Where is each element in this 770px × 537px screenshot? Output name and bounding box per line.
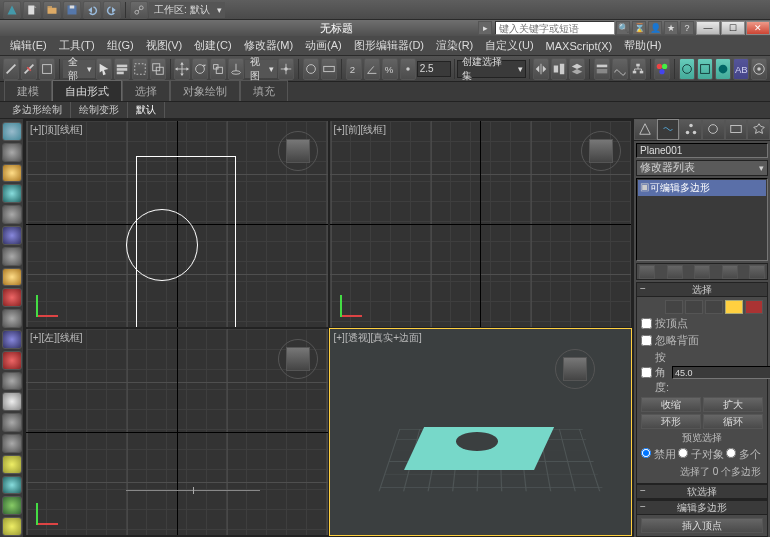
app-menu-button[interactable]: [3, 1, 21, 19]
tab-modeling[interactable]: 建模: [4, 80, 52, 101]
rollout-header-selection[interactable]: 选择: [637, 283, 767, 297]
menu-animation[interactable]: 动画(A): [299, 36, 348, 55]
cone-primitive-icon[interactable]: [2, 288, 22, 307]
tab-select[interactable]: 选择: [122, 80, 170, 101]
keyboard-shortcut-icon[interactable]: [321, 58, 337, 80]
spinner-value[interactable]: [417, 61, 451, 77]
cylinder-primitive-icon[interactable]: [2, 184, 22, 203]
teapot-icon[interactable]: [2, 122, 22, 141]
bind-icon[interactable]: [39, 58, 55, 80]
link-icon[interactable]: [130, 1, 148, 19]
ribbon-toggle-icon[interactable]: [594, 58, 610, 80]
curve-editor-icon[interactable]: [612, 58, 628, 80]
viewport-perspective[interactable]: [+][透视][真实+边面]: [330, 329, 632, 535]
grow-button[interactable]: 扩大: [703, 397, 763, 412]
manip-icon[interactable]: [303, 58, 319, 80]
radio-disable[interactable]: 禁用: [641, 447, 676, 462]
check-by-angle[interactable]: 按角度:: [641, 350, 669, 395]
remove-mod-icon[interactable]: [722, 265, 738, 279]
modify-tab[interactable]: [657, 119, 680, 140]
view-cube[interactable]: [585, 135, 617, 167]
menu-edit[interactable]: 编辑(E): [4, 36, 53, 55]
rollout-header-editpoly[interactable]: 编辑多边形: [637, 501, 767, 515]
hierarchy-tab[interactable]: [679, 119, 702, 140]
angle-spinner[interactable]: [672, 366, 770, 379]
system-icon[interactable]: [2, 517, 22, 536]
modifier-item[interactable]: 可编辑多边形: [638, 180, 766, 196]
spline-icon[interactable]: [2, 455, 22, 474]
light-icon[interactable]: [2, 392, 22, 411]
menu-help[interactable]: 帮助(H): [618, 36, 667, 55]
object-name-field[interactable]: [636, 143, 768, 158]
radio-subobj[interactable]: 子对象: [678, 447, 724, 462]
material-editor-icon[interactable]: [654, 58, 670, 80]
move-icon[interactable]: [174, 58, 190, 80]
menu-tools[interactable]: 工具(T): [53, 36, 101, 55]
render-last-icon[interactable]: ABC: [733, 58, 749, 80]
subtab-polydraw[interactable]: 多边形绘制: [4, 102, 71, 118]
favorite-icon[interactable]: ★: [664, 21, 678, 35]
text-icon[interactable]: [2, 434, 22, 453]
minimize-button[interactable]: —: [696, 21, 720, 35]
percent-snap-icon[interactable]: %: [382, 58, 398, 80]
info-icon[interactable]: ▸: [478, 21, 492, 35]
box-primitive-icon[interactable]: [2, 143, 22, 162]
viewport-front[interactable]: [+][前][线框]: [330, 121, 632, 327]
close-button[interactable]: ✕: [746, 21, 770, 35]
window-crossing-icon[interactable]: [150, 58, 166, 80]
view-cube[interactable]: [559, 353, 591, 385]
scale-icon[interactable]: [210, 58, 226, 80]
motion-tab[interactable]: [702, 119, 725, 140]
selection-filter-dropdown[interactable]: 全部: [63, 60, 95, 78]
tube-primitive-icon[interactable]: [2, 205, 22, 224]
maximize-button[interactable]: ☐: [721, 21, 745, 35]
placement-icon[interactable]: [228, 58, 244, 80]
plane-primitive-icon[interactable]: [2, 268, 22, 287]
unique-icon[interactable]: [694, 265, 710, 279]
mirror-icon[interactable]: [533, 58, 549, 80]
check-ignore-backface[interactable]: 忽略背面: [641, 333, 763, 348]
loop-button[interactable]: 循环: [703, 414, 763, 429]
torus-primitive-icon[interactable]: [2, 226, 22, 245]
render-frame-icon[interactable]: [697, 58, 713, 80]
redo-icon[interactable]: [103, 1, 121, 19]
subobj-vertex[interactable]: [665, 300, 683, 314]
unlink-icon[interactable]: [21, 58, 37, 80]
menu-grapheditor[interactable]: 图形编辑器(D): [348, 36, 430, 55]
display-tab[interactable]: [725, 119, 748, 140]
menu-create[interactable]: 创建(C): [188, 36, 237, 55]
radio-multi[interactable]: 多个: [726, 447, 761, 462]
subtab-paintdeform[interactable]: 绘制变形: [71, 102, 128, 118]
shrink-button[interactable]: 收缩: [641, 397, 701, 412]
subtab-default[interactable]: 默认: [128, 102, 165, 118]
new-icon[interactable]: [23, 1, 41, 19]
view-cube[interactable]: [282, 343, 314, 375]
menu-view[interactable]: 视图(V): [140, 36, 189, 55]
render-preset-icon[interactable]: [751, 58, 767, 80]
pivot-icon[interactable]: [278, 58, 294, 80]
search-icon[interactable]: 🔍: [616, 21, 630, 35]
select-link-icon[interactable]: [3, 58, 19, 80]
select-by-name-icon[interactable]: [114, 58, 130, 80]
viewport-label-front[interactable]: [+][前][线框]: [334, 123, 387, 137]
angle-snap-icon[interactable]: [364, 58, 380, 80]
refcoord-dropdown[interactable]: 视图: [245, 60, 277, 78]
layer-icon[interactable]: [569, 58, 585, 80]
spinner-snap-icon[interactable]: [400, 58, 416, 80]
menu-modifiers[interactable]: 修改器(M): [238, 36, 300, 55]
help-icon[interactable]: ?: [680, 21, 694, 35]
rollout-header-softsel[interactable]: 软选择: [637, 485, 767, 499]
search-input[interactable]: [495, 21, 615, 35]
undo-icon[interactable]: [83, 1, 101, 19]
viewport-label-left[interactable]: [+][左][线框]: [30, 331, 83, 345]
tab-objectpaint[interactable]: 对象绘制: [170, 80, 240, 101]
snap-icon[interactable]: 2: [346, 58, 362, 80]
align-icon[interactable]: [551, 58, 567, 80]
space-warp-icon[interactable]: [2, 496, 22, 515]
viewport-left[interactable]: [+][左][线框]: [26, 329, 328, 535]
save-icon[interactable]: [63, 1, 81, 19]
tab-freeform[interactable]: 自由形式: [52, 80, 122, 101]
named-selection-set-dropdown[interactable]: 创建选择集: [457, 60, 525, 78]
render-production-icon[interactable]: [715, 58, 731, 80]
helper-icon[interactable]: [2, 476, 22, 495]
